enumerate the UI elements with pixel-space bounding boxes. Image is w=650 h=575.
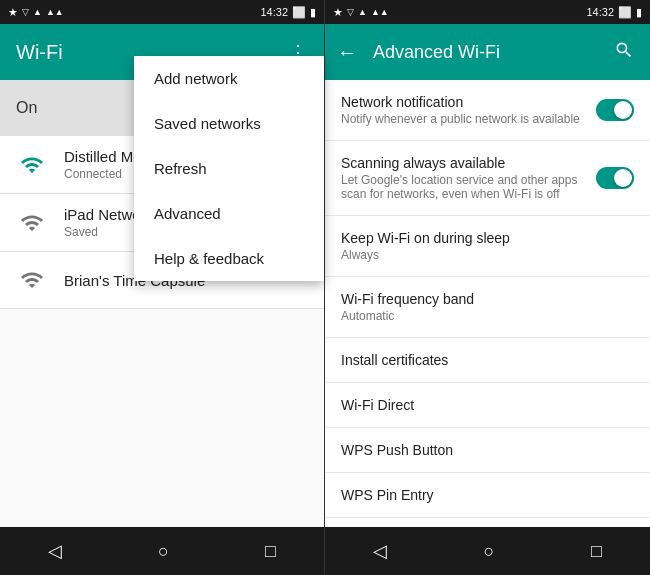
right-nav-bar: ◁ ○ □ bbox=[325, 527, 650, 575]
settings-item-text: Keep Wi-Fi on during sleep Always bbox=[341, 230, 634, 262]
settings-item-network-notification[interactable]: Network notification Notify whenever a p… bbox=[325, 80, 650, 141]
toggle-knob bbox=[614, 101, 632, 119]
left-status-bar: ★ ▽ ▲ ▲▲ 14:32 ⬜ ▮ bbox=[0, 0, 324, 24]
setting-title: Install certificates bbox=[341, 352, 634, 368]
settings-item-text: Wi-Fi Direct bbox=[341, 397, 634, 413]
setting-desc: Notify whenever a public network is avai… bbox=[341, 112, 588, 126]
advanced-wifi-settings-list: Network notification Notify whenever a p… bbox=[325, 80, 650, 527]
wifi-icon bbox=[16, 264, 48, 296]
dropdown-icon: ▽ bbox=[22, 7, 29, 17]
left-phone-panel: ★ ▽ ▲ ▲▲ 14:32 ⬜ ▮ Wi-Fi ⋮ On bbox=[0, 0, 325, 575]
settings-item-wps-pin[interactable]: WPS Pin Entry bbox=[325, 473, 650, 518]
setting-title: Wi-Fi Direct bbox=[341, 397, 634, 413]
settings-item-text: Network notification Notify whenever a p… bbox=[341, 94, 588, 126]
star-icon: ★ bbox=[8, 6, 18, 19]
right-status-icons: 14:32 ⬜ ▮ bbox=[260, 6, 316, 19]
settings-item-frequency-band[interactable]: Wi-Fi frequency band Automatic bbox=[325, 277, 650, 338]
settings-item-text: Scanning always available Let Google's l… bbox=[341, 155, 588, 201]
wifi-on-label: On bbox=[16, 99, 37, 117]
setting-title: Wi-Fi frequency band bbox=[341, 291, 634, 307]
screen-icon: ⬜ bbox=[292, 6, 306, 19]
time-display: 14:32 bbox=[586, 6, 614, 18]
setting-title: WPS Pin Entry bbox=[341, 487, 634, 503]
settings-item-text: Install certificates bbox=[341, 352, 634, 368]
settings-item-wifi-direct[interactable]: Wi-Fi Direct bbox=[325, 383, 650, 428]
settings-item-keep-wifi[interactable]: Keep Wi-Fi on during sleep Always bbox=[325, 216, 650, 277]
settings-item-text: WPS Push Button bbox=[341, 442, 634, 458]
recents-button[interactable]: □ bbox=[591, 541, 602, 562]
recents-button[interactable]: □ bbox=[265, 541, 276, 562]
right-status-icons-left: ★ ▽ ▲ ▲▲ bbox=[333, 6, 389, 19]
menu-item-saved-networks[interactable]: Saved networks bbox=[134, 101, 324, 146]
left-status-icons: ★ ▽ ▲ ▲▲ bbox=[8, 6, 64, 19]
settings-item-install-certs[interactable]: Install certificates bbox=[325, 338, 650, 383]
overflow-dropdown-menu: Add network Saved networks Refresh Advan… bbox=[134, 56, 324, 281]
network-notification-toggle[interactable] bbox=[596, 99, 634, 121]
wifi-status-icon: ▲ bbox=[358, 7, 367, 17]
signal-bars-icon: ▲▲ bbox=[46, 7, 64, 17]
setting-title: Network notification bbox=[341, 94, 588, 110]
right-app-bar: ← Advanced Wi-Fi bbox=[325, 24, 650, 80]
screen-icon: ⬜ bbox=[618, 6, 632, 19]
setting-desc: Automatic bbox=[341, 309, 634, 323]
setting-desc: Let Google's location service and other … bbox=[341, 173, 588, 201]
menu-item-refresh[interactable]: Refresh bbox=[134, 146, 324, 191]
battery-icon: ▮ bbox=[310, 6, 316, 19]
battery-icon: ▮ bbox=[636, 6, 642, 19]
home-button[interactable]: ○ bbox=[484, 541, 495, 562]
time-display: 14:32 bbox=[260, 6, 288, 18]
back-button[interactable]: ◁ bbox=[48, 540, 62, 562]
toggle-knob bbox=[614, 169, 632, 187]
back-button[interactable]: ◁ bbox=[373, 540, 387, 562]
signal-bars-icon: ▲▲ bbox=[371, 7, 389, 17]
search-button[interactable] bbox=[606, 32, 642, 73]
wifi-status-icon: ▲ bbox=[33, 7, 42, 17]
star-icon: ★ bbox=[333, 6, 343, 19]
settings-item-wps-push[interactable]: WPS Push Button bbox=[325, 428, 650, 473]
setting-title: Keep Wi-Fi on during sleep bbox=[341, 230, 634, 246]
scanning-toggle[interactable] bbox=[596, 167, 634, 189]
setting-title: WPS Push Button bbox=[341, 442, 634, 458]
right-phone-panel: ★ ▽ ▲ ▲▲ 14:32 ⬜ ▮ ← Advanced Wi-Fi Netw… bbox=[325, 0, 650, 575]
dropdown-icon: ▽ bbox=[347, 7, 354, 17]
advanced-wifi-title: Advanced Wi-Fi bbox=[365, 42, 606, 63]
setting-desc: Always bbox=[341, 248, 634, 262]
settings-item-text: WPS Pin Entry bbox=[341, 487, 634, 503]
menu-item-add-network[interactable]: Add network bbox=[134, 56, 324, 101]
home-button[interactable]: ○ bbox=[158, 541, 169, 562]
menu-item-help-feedback[interactable]: Help & feedback bbox=[134, 236, 324, 281]
left-nav-bar: ◁ ○ □ bbox=[0, 527, 324, 575]
app-title: Wi-Fi bbox=[16, 41, 63, 64]
back-navigation-button[interactable]: ← bbox=[329, 33, 365, 72]
right-status-icons-right: 14:32 ⬜ ▮ bbox=[586, 6, 642, 19]
menu-item-advanced[interactable]: Advanced bbox=[134, 191, 324, 236]
settings-item-scanning[interactable]: Scanning always available Let Google's l… bbox=[325, 141, 650, 216]
wifi-icon bbox=[16, 207, 48, 239]
settings-item-mac-address[interactable]: MAC address bbox=[325, 518, 650, 527]
right-status-bar: ★ ▽ ▲ ▲▲ 14:32 ⬜ ▮ bbox=[325, 0, 650, 24]
wifi-icon bbox=[16, 149, 48, 181]
settings-item-text: Wi-Fi frequency band Automatic bbox=[341, 291, 634, 323]
setting-title: Scanning always available bbox=[341, 155, 588, 171]
